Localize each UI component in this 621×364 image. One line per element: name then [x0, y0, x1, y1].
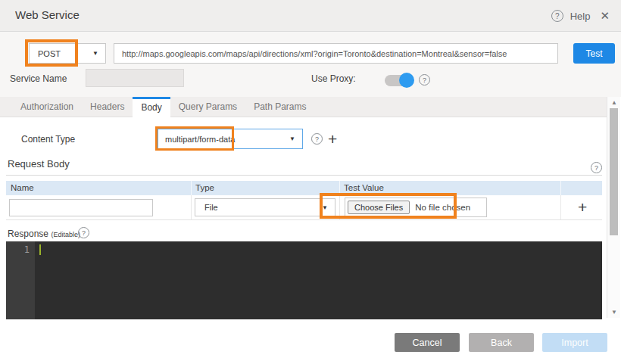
tab-headers[interactable]: Headers — [82, 97, 133, 117]
help-link[interactable]: Help — [570, 11, 591, 22]
service-name-label: Service Name — [10, 73, 67, 84]
content-type-label: Content Type — [21, 134, 75, 145]
column-header-type: Type — [195, 183, 214, 192]
content-type-help-icon[interactable]: ? — [311, 133, 323, 145]
response-label: Response (Editable) — [8, 229, 80, 239]
page-title: Web Service — [15, 8, 80, 21]
scrollbar-thumb[interactable] — [610, 108, 618, 235]
cancel-button[interactable]: Cancel — [395, 333, 460, 352]
tab-bar: Authorization Headers Body Query Params … — [0, 97, 607, 117]
toggle-knob — [399, 73, 414, 88]
params-table-header: Name Type Test Value — [6, 181, 602, 195]
editor-cursor — [39, 244, 41, 255]
use-proxy-label: Use Proxy: — [311, 73, 356, 84]
tab-authorization[interactable]: Authorization — [12, 97, 82, 117]
request-config-section: POST ▼ Test Service Name Use Proxy: — [0, 32, 621, 97]
back-button[interactable]: Back — [469, 333, 534, 352]
column-header-name: Name — [11, 183, 34, 192]
add-content-type-icon[interactable]: + — [328, 131, 337, 147]
method-select[interactable]: POST ▼ — [29, 43, 106, 64]
close-icon[interactable]: ✕ — [600, 9, 610, 23]
vertical-scrollbar[interactable]: ▲ ▼ — [607, 97, 620, 318]
header-actions: ? Help ✕ — [551, 9, 610, 23]
method-select-value: POST — [38, 49, 61, 58]
response-editor[interactable]: 1 — [6, 241, 602, 319]
column-header-test-value: Test Value — [344, 183, 384, 192]
request-body-help-icon[interactable]: ? — [591, 162, 602, 173]
web-service-dialog: Web Service ? Help ✕ POST ▼ Test Service… — [0, 0, 621, 364]
content-type-value: multipart/form-data — [165, 135, 235, 144]
param-name-input[interactable] — [9, 199, 153, 216]
dialog-header: Web Service ? Help ✕ — [0, 0, 621, 32]
use-proxy-help-icon[interactable]: ? — [419, 74, 430, 86]
response-help-icon[interactable]: ? — [78, 227, 89, 238]
chevron-down-icon: ▼ — [92, 50, 98, 57]
file-input[interactable]: Choose Files No file chosen — [345, 198, 487, 217]
file-status-text: No file chosen — [415, 203, 470, 212]
choose-files-button[interactable]: Choose Files — [348, 201, 410, 214]
test-button[interactable]: Test — [573, 43, 615, 64]
scroll-up-icon[interactable]: ▲ — [607, 99, 621, 106]
import-button[interactable]: Import — [542, 333, 607, 352]
service-name-input — [86, 69, 184, 87]
table-row: File ▼ Choose Files No file chosen + — [6, 195, 602, 220]
param-type-value: File — [204, 203, 218, 212]
help-icon[interactable]: ? — [551, 10, 563, 22]
chevron-down-icon: ▼ — [289, 135, 295, 142]
editor-gutter: 1 — [6, 241, 35, 319]
tab-path-params[interactable]: Path Params — [245, 97, 314, 117]
use-proxy-toggle[interactable] — [385, 73, 414, 88]
add-row-icon[interactable]: + — [578, 199, 587, 215]
response-editable-hint: (Editable) — [51, 231, 80, 238]
param-type-select[interactable]: File ▼ — [195, 198, 335, 216]
divider — [6, 175, 602, 176]
url-input[interactable] — [114, 43, 558, 64]
tab-body[interactable]: Body — [133, 97, 170, 118]
tab-query-params[interactable]: Query Params — [170, 97, 245, 117]
request-body-title: Request Body — [8, 158, 70, 170]
scroll-down-icon[interactable]: ▼ — [607, 309, 621, 316]
line-number: 1 — [24, 244, 30, 255]
chevron-down-icon: ▼ — [322, 204, 328, 211]
content-type-select[interactable]: multipart/form-data ▼ — [158, 129, 303, 149]
